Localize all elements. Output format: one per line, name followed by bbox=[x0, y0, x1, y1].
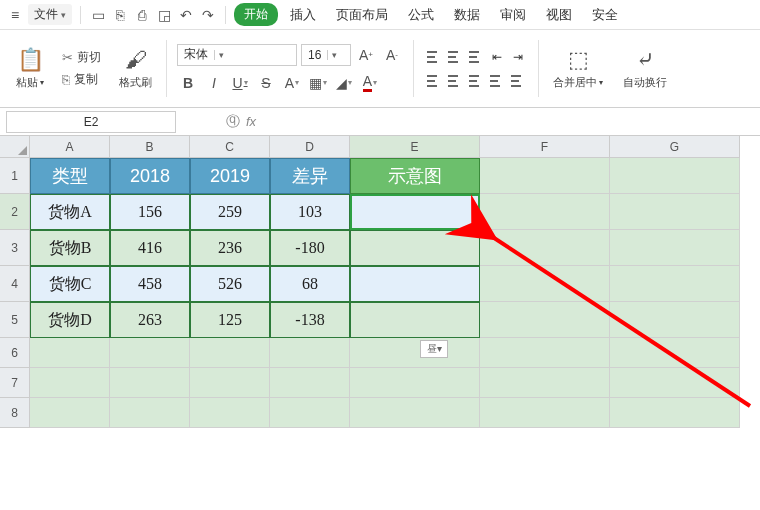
col-header-f[interactable]: F bbox=[480, 136, 610, 158]
cell-g8[interactable] bbox=[610, 398, 740, 428]
cell-f8[interactable] bbox=[480, 398, 610, 428]
cell-c4[interactable]: 526 bbox=[190, 266, 270, 302]
font-size-select[interactable]: 16 ▾ bbox=[301, 44, 351, 66]
cell-d7[interactable] bbox=[270, 368, 350, 398]
cell-c1[interactable]: 2019 bbox=[190, 158, 270, 194]
fill-color-button[interactable]: ◢▾ bbox=[333, 72, 355, 94]
tab-view[interactable]: 视图 bbox=[538, 2, 580, 28]
row-header-5[interactable]: 5 bbox=[0, 302, 30, 338]
cell-f4[interactable] bbox=[480, 266, 610, 302]
merge-center-button[interactable]: ⬚ 合并居中▾ bbox=[549, 45, 607, 92]
name-box[interactable]: E2 bbox=[6, 111, 176, 133]
tab-data[interactable]: 数据 bbox=[446, 2, 488, 28]
cell-e2[interactable] bbox=[350, 194, 480, 230]
strikethrough-button[interactable]: S bbox=[255, 72, 277, 94]
underline-button[interactable]: U▾ bbox=[229, 72, 251, 94]
tab-review[interactable]: 审阅 bbox=[492, 2, 534, 28]
cell-g1[interactable] bbox=[610, 158, 740, 194]
tab-start[interactable]: 开始 bbox=[234, 3, 278, 26]
cell-b1[interactable]: 2018 bbox=[110, 158, 190, 194]
cell-d2[interactable]: 103 bbox=[270, 194, 350, 230]
cell-f1[interactable] bbox=[480, 158, 610, 194]
print-preview-icon[interactable]: ◲ bbox=[155, 6, 173, 24]
distribute-button[interactable] bbox=[508, 72, 528, 90]
cell-e7[interactable] bbox=[350, 368, 480, 398]
cell-b4[interactable]: 458 bbox=[110, 266, 190, 302]
cell-f7[interactable] bbox=[480, 368, 610, 398]
cell-d8[interactable] bbox=[270, 398, 350, 428]
cell-c8[interactable] bbox=[190, 398, 270, 428]
save-as-icon[interactable]: ⎘ bbox=[111, 6, 129, 24]
copy-button[interactable]: ⎘复制 bbox=[60, 70, 100, 89]
redo-icon[interactable]: ↷ bbox=[199, 6, 217, 24]
cell-a1[interactable]: 类型 bbox=[30, 158, 110, 194]
cell-b2[interactable]: 156 bbox=[110, 194, 190, 230]
cell-b7[interactable] bbox=[110, 368, 190, 398]
cell-g7[interactable] bbox=[610, 368, 740, 398]
row-header-6[interactable]: 6 bbox=[0, 338, 30, 368]
col-header-d[interactable]: D bbox=[270, 136, 350, 158]
col-header-g[interactable]: G bbox=[610, 136, 740, 158]
borders-button[interactable]: ▦▾ bbox=[307, 72, 329, 94]
grow-font-button[interactable]: A+ bbox=[355, 44, 377, 66]
font-name-select[interactable]: 宋体 ▾ bbox=[177, 44, 297, 66]
cell-g6[interactable] bbox=[610, 338, 740, 368]
cell-a6[interactable] bbox=[30, 338, 110, 368]
cell-f2[interactable] bbox=[480, 194, 610, 230]
cell-d3[interactable]: -180 bbox=[270, 230, 350, 266]
cell-e1[interactable]: 示意图 bbox=[350, 158, 480, 194]
cell-e4[interactable] bbox=[350, 266, 480, 302]
cell-b5[interactable]: 263 bbox=[110, 302, 190, 338]
select-all-triangle[interactable] bbox=[0, 136, 30, 158]
align-center-button[interactable] bbox=[445, 72, 465, 90]
cell-b3[interactable]: 416 bbox=[110, 230, 190, 266]
shrink-font-button[interactable]: A- bbox=[381, 44, 403, 66]
paste-button[interactable]: 📋 粘贴▾ bbox=[12, 45, 48, 92]
cell-f6[interactable] bbox=[480, 338, 610, 368]
cell-b6[interactable] bbox=[110, 338, 190, 368]
file-menu[interactable]: 文件 ▾ bbox=[28, 4, 72, 25]
format-painter-button[interactable]: 🖌 格式刷 bbox=[115, 45, 156, 92]
cell-f5[interactable] bbox=[480, 302, 610, 338]
bold-button[interactable]: B bbox=[177, 72, 199, 94]
cell-c6[interactable] bbox=[190, 338, 270, 368]
cell-g5[interactable] bbox=[610, 302, 740, 338]
cell-a8[interactable] bbox=[30, 398, 110, 428]
decrease-indent-button[interactable]: ⇤ bbox=[487, 48, 507, 66]
text-color-button[interactable]: A▾ bbox=[359, 72, 381, 94]
cell-g3[interactable] bbox=[610, 230, 740, 266]
increase-indent-button[interactable]: ⇥ bbox=[508, 48, 528, 66]
tab-formula[interactable]: 公式 bbox=[400, 2, 442, 28]
italic-button[interactable]: I bbox=[203, 72, 225, 94]
cell-b8[interactable] bbox=[110, 398, 190, 428]
col-header-a[interactable]: A bbox=[30, 136, 110, 158]
cell-d6[interactable] bbox=[270, 338, 350, 368]
tab-insert[interactable]: 插入 bbox=[282, 2, 324, 28]
cell-f3[interactable] bbox=[480, 230, 610, 266]
align-top-button[interactable] bbox=[424, 48, 444, 66]
row-header-8[interactable]: 8 bbox=[0, 398, 30, 428]
row-header-2[interactable]: 2 bbox=[0, 194, 30, 230]
cut-button[interactable]: ✂剪切 bbox=[60, 48, 103, 67]
cell-c5[interactable]: 125 bbox=[190, 302, 270, 338]
cell-e3[interactable] bbox=[350, 230, 480, 266]
tab-security[interactable]: 安全 bbox=[584, 2, 626, 28]
justify-button[interactable] bbox=[487, 72, 507, 90]
cell-d1[interactable]: 差异 bbox=[270, 158, 350, 194]
align-left-button[interactable] bbox=[424, 72, 444, 90]
fx-icon[interactable]: fx bbox=[246, 114, 256, 129]
row-header-1[interactable]: 1 bbox=[0, 158, 30, 194]
cell-a4[interactable]: 货物C bbox=[30, 266, 110, 302]
row-header-4[interactable]: 4 bbox=[0, 266, 30, 302]
cell-g4[interactable] bbox=[610, 266, 740, 302]
undo-icon[interactable]: ↶ bbox=[177, 6, 195, 24]
cell-c3[interactable]: 236 bbox=[190, 230, 270, 266]
cell-a5[interactable]: 货物D bbox=[30, 302, 110, 338]
cell-a3[interactable]: 货物B bbox=[30, 230, 110, 266]
wrap-text-button[interactable]: ⤶ 自动换行 bbox=[619, 45, 671, 92]
cell-d4[interactable]: 68 bbox=[270, 266, 350, 302]
cell-e6[interactable] bbox=[350, 338, 480, 368]
cell-c7[interactable] bbox=[190, 368, 270, 398]
print-icon[interactable]: ⎙ bbox=[133, 6, 151, 24]
cell-a2[interactable]: 货物A bbox=[30, 194, 110, 230]
